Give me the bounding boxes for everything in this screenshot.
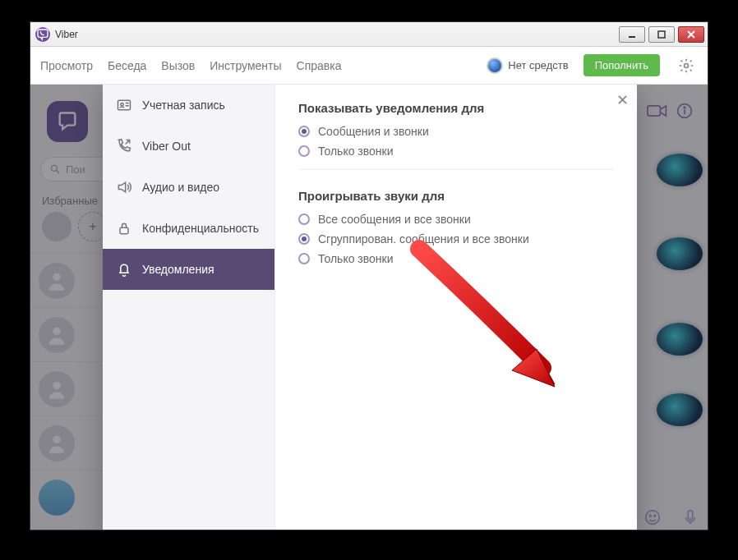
svg-point-20 — [121, 103, 123, 106]
viber-app-icon — [35, 27, 50, 42]
radio-calls-only[interactable]: Только звонки — [298, 145, 614, 158]
radio-messages-and-calls[interactable]: Сообщения и звонки — [298, 125, 614, 138]
sidebar-item-audio-video[interactable]: Аудио и видео — [103, 167, 274, 208]
radio-grouped-messages-calls[interactable]: Сгруппирован. сообщения и все звонки — [298, 232, 614, 246]
sidebar-item-account[interactable]: Учетная запись — [103, 85, 274, 126]
menu-help[interactable]: Справка — [297, 59, 342, 72]
svg-point-4 — [685, 63, 689, 67]
sidebar-item-label: Аудио и видео — [142, 181, 219, 194]
menu-tools[interactable]: Инструменты — [210, 59, 281, 72]
section-title-notifications: Показывать уведомления для — [298, 101, 614, 115]
radio-icon — [298, 253, 310, 264]
menubar: Просмотр Беседа Вызов Инструменты Справк… — [30, 47, 708, 85]
radio-label: Только звонки — [318, 145, 394, 158]
sidebar-item-notifications[interactable]: Уведомления — [103, 249, 274, 290]
menu-call[interactable]: Вызов — [161, 59, 195, 72]
window-titlebar: Viber — [30, 22, 708, 47]
balance-chip[interactable]: Нет средств — [487, 57, 568, 74]
radio-icon — [298, 213, 310, 225]
modal-close-button[interactable]: ✕ — [616, 91, 629, 109]
balance-label: Нет средств — [508, 59, 568, 71]
window-maximize-button[interactable] — [648, 26, 675, 43]
svg-rect-19 — [118, 100, 131, 110]
radio-icon — [298, 233, 310, 245]
svg-rect-21 — [120, 227, 128, 234]
sidebar-item-label: Учетная запись — [142, 99, 225, 112]
menu-view[interactable]: Просмотр — [40, 59, 93, 72]
globe-icon — [487, 57, 503, 74]
sidebar-item-label: Конфиденциальность — [142, 222, 259, 235]
settings-gear-button[interactable] — [675, 54, 698, 77]
settings-modal: ✕ Учетная запись Viber Out Аудио и видео… — [103, 85, 637, 530]
sidebar-item-privacy[interactable]: Конфиденциальность — [103, 208, 274, 249]
sidebar-item-viber-out[interactable]: Viber Out — [103, 126, 274, 167]
radio-icon — [298, 145, 310, 157]
radio-label: Все сообщения и все звонки — [318, 213, 471, 226]
radio-label: Сообщения и звонки — [318, 125, 429, 138]
id-card-icon — [116, 97, 132, 113]
menu-chat[interactable]: Беседа — [108, 59, 146, 72]
svg-rect-1 — [658, 31, 665, 38]
sidebar-item-label: Уведомления — [142, 263, 214, 276]
section-title-sounds: Проигрывать звуки для — [298, 189, 614, 203]
settings-sidebar: Учетная запись Viber Out Аудио и видео К… — [103, 85, 275, 530]
topup-button[interactable]: Пополнить — [583, 54, 660, 76]
window-title: Viber — [55, 29, 619, 40]
bell-icon — [116, 261, 132, 278]
radio-icon — [298, 126, 310, 137]
radio-label: Сгруппирован. сообщения и все звонки — [318, 232, 529, 246]
window-close-button[interactable] — [678, 26, 704, 43]
radio-all-messages-calls[interactable]: Все сообщения и все звонки — [298, 213, 614, 226]
settings-panel: Показывать уведомления для Сообщения и з… — [275, 85, 637, 530]
speaker-icon — [116, 179, 132, 195]
phone-out-icon — [116, 138, 132, 154]
window-minimize-button[interactable] — [619, 26, 645, 43]
sidebar-item-label: Viber Out — [142, 140, 191, 153]
radio-sound-calls-only[interactable]: Только звонки — [298, 252, 614, 265]
lock-icon — [116, 220, 132, 236]
radio-label: Только звонки — [318, 252, 394, 265]
